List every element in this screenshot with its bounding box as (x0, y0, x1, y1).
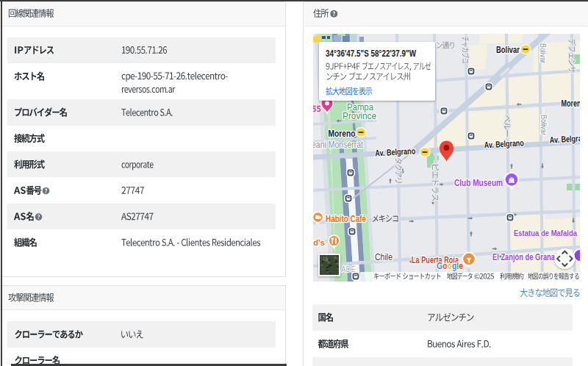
svg-text:Club Museum: Club Museum (454, 178, 503, 188)
svg-text:Bolivar: Bolivar (496, 45, 520, 55)
svg-text:Chile: Chile (375, 252, 392, 262)
svg-text:Moren: Moren (562, 98, 581, 109)
svg-text:ld's: ld's (313, 238, 325, 247)
svg-text:eani Monserrat: eani Monserrat (313, 140, 363, 150)
svg-text:Province: Province (343, 111, 376, 121)
svg-text:Bolivar: Bolivar (539, 43, 548, 63)
svg-text:Hábito Café: Hábito Café (326, 214, 366, 224)
svg-text:Bolivar: Bolivar (539, 115, 548, 135)
svg-text:34°36'47.5"S 58°22'37.9"W: 34°36'47.5"S 58°22'37.9"W (326, 48, 417, 59)
svg-text:ADE: ADE (341, 265, 356, 273)
svg-text:Av. Belgra: Av. Belgra (549, 133, 580, 146)
svg-text:El Zanjón de Grana: El Zanjón de Grana (492, 252, 555, 262)
svg-text:Estatua de Mafalda: Estatua de Mafalda (514, 229, 577, 237)
svg-text:Moreno: Moreno (329, 129, 356, 139)
svg-text:Google: Google (437, 260, 463, 271)
